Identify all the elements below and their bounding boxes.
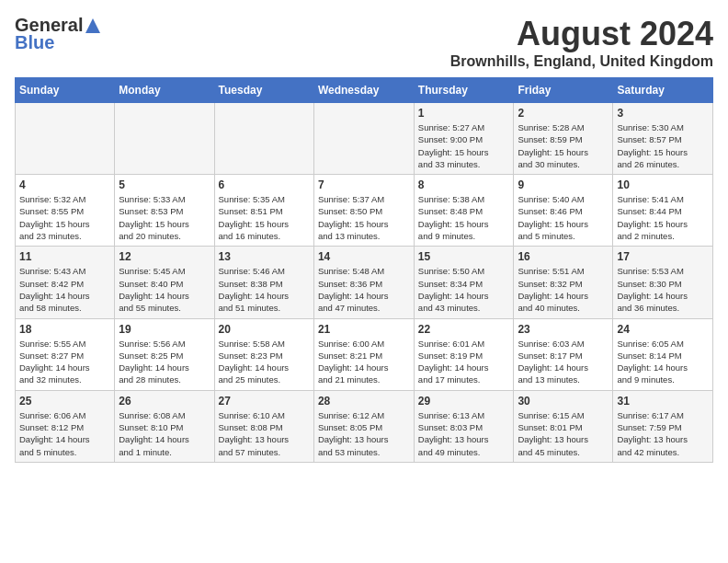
cell-content: Sunrise: 5:30 AM Sunset: 8:57 PM Dayligh… xyxy=(617,121,709,170)
calendar-cell: 19Sunrise: 5:56 AM Sunset: 8:25 PM Dayli… xyxy=(115,318,214,390)
calendar-cell: 30Sunrise: 6:15 AM Sunset: 8:01 PM Dayli… xyxy=(514,390,613,462)
logo: General Blue xyxy=(15,15,103,53)
cell-content: Sunrise: 5:27 AM Sunset: 9:00 PM Dayligh… xyxy=(418,121,510,170)
cell-content: Sunrise: 5:32 AM Sunset: 8:55 PM Dayligh… xyxy=(19,193,110,242)
cell-content: Sunrise: 5:45 AM Sunset: 8:40 PM Dayligh… xyxy=(119,265,210,314)
calendar-cell: 28Sunrise: 6:12 AM Sunset: 8:05 PM Dayli… xyxy=(313,390,414,462)
calendar-cell: 24Sunrise: 6:05 AM Sunset: 8:14 PM Dayli… xyxy=(613,318,713,390)
day-number: 5 xyxy=(119,178,210,191)
day-number: 30 xyxy=(518,395,609,408)
cell-content: Sunrise: 5:28 AM Sunset: 8:59 PM Dayligh… xyxy=(518,121,609,170)
month-year-title: August 2024 xyxy=(450,15,713,53)
day-number: 29 xyxy=(418,395,510,408)
location-title: Brownhills, England, United Kingdom xyxy=(450,53,713,70)
cell-content: Sunrise: 6:12 AM Sunset: 8:05 PM Dayligh… xyxy=(318,409,410,458)
day-number: 19 xyxy=(119,323,210,336)
day-number: 2 xyxy=(518,107,609,120)
cell-content: Sunrise: 5:43 AM Sunset: 8:42 PM Dayligh… xyxy=(19,265,110,314)
cell-content: Sunrise: 6:05 AM Sunset: 8:14 PM Dayligh… xyxy=(617,338,709,386)
cell-content: Sunrise: 5:37 AM Sunset: 8:50 PM Dayligh… xyxy=(318,193,410,242)
calendar-cell: 22Sunrise: 6:01 AM Sunset: 8:19 PM Dayli… xyxy=(414,318,514,390)
day-number: 28 xyxy=(318,395,410,408)
calendar-cell: 8Sunrise: 5:38 AM Sunset: 8:48 PM Daylig… xyxy=(414,175,514,247)
calendar-week-row: 4Sunrise: 5:32 AM Sunset: 8:55 PM Daylig… xyxy=(16,175,713,247)
day-number: 11 xyxy=(19,250,110,263)
calendar-cell: 6Sunrise: 5:35 AM Sunset: 8:51 PM Daylig… xyxy=(214,175,313,247)
cell-content: Sunrise: 5:33 AM Sunset: 8:53 PM Dayligh… xyxy=(119,193,210,242)
cell-content: Sunrise: 6:01 AM Sunset: 8:19 PM Dayligh… xyxy=(418,338,510,386)
day-number: 1 xyxy=(418,107,510,120)
calendar-cell: 7Sunrise: 5:37 AM Sunset: 8:50 PM Daylig… xyxy=(313,175,414,247)
day-number: 13 xyxy=(219,250,310,263)
header-day-tuesday: Tuesday xyxy=(214,78,313,103)
svg-marker-0 xyxy=(85,18,100,33)
cell-content: Sunrise: 5:40 AM Sunset: 8:46 PM Dayligh… xyxy=(518,193,609,242)
calendar-cell: 3Sunrise: 5:30 AM Sunset: 8:57 PM Daylig… xyxy=(613,103,713,175)
day-number: 17 xyxy=(617,250,709,263)
day-number: 25 xyxy=(19,395,110,408)
day-number: 15 xyxy=(418,250,510,263)
cell-content: Sunrise: 6:17 AM Sunset: 7:59 PM Dayligh… xyxy=(617,409,709,458)
cell-content: Sunrise: 5:35 AM Sunset: 8:51 PM Dayligh… xyxy=(219,193,310,242)
day-number: 31 xyxy=(617,395,709,408)
day-number: 26 xyxy=(119,395,210,408)
calendar-cell: 12Sunrise: 5:45 AM Sunset: 8:40 PM Dayli… xyxy=(115,247,214,318)
calendar-cell: 25Sunrise: 6:06 AM Sunset: 8:12 PM Dayli… xyxy=(16,390,115,462)
calendar-cell: 10Sunrise: 5:41 AM Sunset: 8:44 PM Dayli… xyxy=(613,175,713,247)
day-number: 22 xyxy=(418,323,510,336)
logo-blue-text: Blue xyxy=(15,32,54,53)
calendar-cell: 31Sunrise: 6:17 AM Sunset: 7:59 PM Dayli… xyxy=(613,390,713,462)
day-number: 6 xyxy=(219,178,310,191)
calendar-cell: 4Sunrise: 5:32 AM Sunset: 8:55 PM Daylig… xyxy=(16,175,115,247)
day-number: 10 xyxy=(617,178,709,191)
logo-icon xyxy=(84,17,102,35)
day-number: 18 xyxy=(19,323,110,336)
calendar-week-row: 1Sunrise: 5:27 AM Sunset: 9:00 PM Daylig… xyxy=(16,103,713,175)
calendar-cell: 27Sunrise: 6:10 AM Sunset: 8:08 PM Dayli… xyxy=(214,390,313,462)
calendar-cell: 16Sunrise: 5:51 AM Sunset: 8:32 PM Dayli… xyxy=(514,247,613,318)
calendar-header-row: SundayMondayTuesdayWednesdayThursdayFrid… xyxy=(16,78,713,103)
calendar-cell: 29Sunrise: 6:13 AM Sunset: 8:03 PM Dayli… xyxy=(414,390,514,462)
day-number: 9 xyxy=(518,178,609,191)
cell-content: Sunrise: 5:50 AM Sunset: 8:34 PM Dayligh… xyxy=(418,265,510,314)
day-number: 16 xyxy=(518,250,609,263)
day-number: 8 xyxy=(418,178,510,191)
calendar-cell xyxy=(115,103,214,175)
cell-content: Sunrise: 6:00 AM Sunset: 8:21 PM Dayligh… xyxy=(318,338,410,386)
day-number: 7 xyxy=(318,178,410,191)
cell-content: Sunrise: 6:06 AM Sunset: 8:12 PM Dayligh… xyxy=(19,409,110,458)
cell-content: Sunrise: 5:55 AM Sunset: 8:27 PM Dayligh… xyxy=(19,338,110,386)
day-number: 23 xyxy=(518,323,609,336)
day-number: 24 xyxy=(617,323,709,336)
day-number: 12 xyxy=(119,250,210,263)
calendar-week-row: 18Sunrise: 5:55 AM Sunset: 8:27 PM Dayli… xyxy=(16,318,713,390)
header-day-sunday: Sunday xyxy=(16,78,115,103)
day-number: 14 xyxy=(318,250,410,263)
calendar-week-row: 11Sunrise: 5:43 AM Sunset: 8:42 PM Dayli… xyxy=(16,247,713,318)
calendar-cell xyxy=(16,103,115,175)
header-day-wednesday: Wednesday xyxy=(313,78,414,103)
header-day-friday: Friday xyxy=(514,78,613,103)
cell-content: Sunrise: 5:46 AM Sunset: 8:38 PM Dayligh… xyxy=(219,265,310,314)
header: General Blue August 2024 Brownhills, Eng… xyxy=(15,15,713,70)
day-number: 20 xyxy=(219,323,310,336)
cell-content: Sunrise: 5:56 AM Sunset: 8:25 PM Dayligh… xyxy=(119,338,210,386)
calendar-cell xyxy=(313,103,414,175)
calendar-cell: 11Sunrise: 5:43 AM Sunset: 8:42 PM Dayli… xyxy=(16,247,115,318)
cell-content: Sunrise: 6:15 AM Sunset: 8:01 PM Dayligh… xyxy=(518,409,609,458)
calendar-cell: 17Sunrise: 5:53 AM Sunset: 8:30 PM Dayli… xyxy=(613,247,713,318)
cell-content: Sunrise: 5:53 AM Sunset: 8:30 PM Dayligh… xyxy=(617,265,709,314)
cell-content: Sunrise: 6:03 AM Sunset: 8:17 PM Dayligh… xyxy=(518,338,609,386)
header-day-saturday: Saturday xyxy=(613,78,713,103)
calendar-cell: 23Sunrise: 6:03 AM Sunset: 8:17 PM Dayli… xyxy=(514,318,613,390)
calendar-cell: 1Sunrise: 5:27 AM Sunset: 9:00 PM Daylig… xyxy=(414,103,514,175)
day-number: 21 xyxy=(318,323,410,336)
cell-content: Sunrise: 6:08 AM Sunset: 8:10 PM Dayligh… xyxy=(119,409,210,458)
calendar-cell: 18Sunrise: 5:55 AM Sunset: 8:27 PM Dayli… xyxy=(16,318,115,390)
calendar-cell: 5Sunrise: 5:33 AM Sunset: 8:53 PM Daylig… xyxy=(115,175,214,247)
cell-content: Sunrise: 6:13 AM Sunset: 8:03 PM Dayligh… xyxy=(418,409,510,458)
header-day-monday: Monday xyxy=(115,78,214,103)
cell-content: Sunrise: 5:38 AM Sunset: 8:48 PM Dayligh… xyxy=(418,193,510,242)
cell-content: Sunrise: 5:41 AM Sunset: 8:44 PM Dayligh… xyxy=(617,193,709,242)
day-number: 3 xyxy=(617,107,709,120)
